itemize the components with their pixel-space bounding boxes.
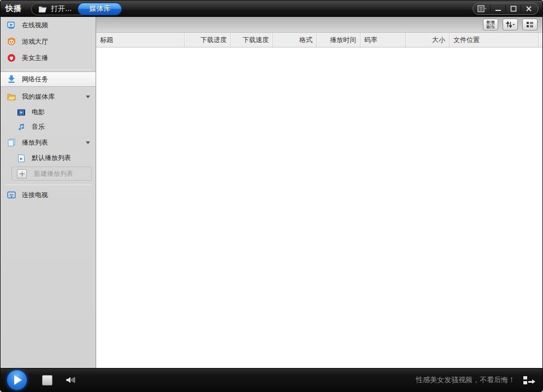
list-view-button[interactable] <box>522 19 538 31</box>
list-view-icon <box>526 21 534 28</box>
sidebar-item-network-tasks[interactable]: 网络任务 <box>1 72 96 87</box>
app-logo: 快播 <box>5 4 22 14</box>
sidebar-item-movies[interactable]: 电影 <box>1 105 96 120</box>
sidebar-item-label: 美女主播 <box>22 54 48 63</box>
sidebar-item-online-video[interactable]: 在线视频 <box>1 17 96 33</box>
chevron-down-icon[interactable] <box>86 141 90 144</box>
main-menu-button[interactable] <box>475 3 490 14</box>
sidebar-item-label: 我的媒体库 <box>22 92 55 102</box>
main-body: 在线视频 游戏大厅 <box>1 17 542 368</box>
sidebar-item-music[interactable]: 音乐 <box>1 120 96 134</box>
titlebar: 快播 打开... 媒体库 <box>1 1 542 17</box>
divider <box>5 185 92 185</box>
column-header-download-progress[interactable]: 下载进度 <box>184 33 231 47</box>
playback-bar: 性感美女发骚视频，不看后悔！ <box>1 368 542 391</box>
switch-playlist-icon[interactable] <box>523 376 535 385</box>
open-file-label: 打开... <box>51 4 72 14</box>
column-header-title[interactable]: 标题 <box>96 33 184 47</box>
sidebar-item-label: 播放列表 <box>22 138 48 147</box>
sidebar-item-label: 网络任务 <box>22 75 48 84</box>
music-note-icon <box>17 123 26 132</box>
connect-tv-icon <box>7 191 16 199</box>
column-header-download-speed[interactable]: 下载速度 <box>231 33 273 47</box>
column-header-play-time[interactable]: 播放时间 <box>316 33 360 47</box>
minimize-icon <box>495 5 501 12</box>
qr-code-button[interactable] <box>483 19 498 31</box>
content-toolbar <box>96 17 542 32</box>
sidebar-item-my-media-library[interactable]: 我的媒体库 <box>1 88 96 105</box>
sidebar-item-label: 在线视频 <box>22 21 48 30</box>
open-file-button[interactable]: 打开... <box>32 3 78 15</box>
column-header-file-location[interactable]: 文件位置 <box>449 33 538 47</box>
volume-button[interactable] <box>66 376 75 384</box>
sidebar-item-label: 连接电视 <box>22 191 48 200</box>
sidebar-item-label: 音乐 <box>32 122 45 132</box>
movie-icon <box>17 108 26 117</box>
play-icon <box>14 375 22 385</box>
bottom-right-group: 性感美女发骚视频，不看后悔！ <box>416 375 535 385</box>
close-icon <box>526 5 532 12</box>
stop-button[interactable] <box>42 375 52 385</box>
sort-button[interactable] <box>503 19 518 31</box>
new-playlist-label: 新建播放列表 <box>34 169 73 179</box>
maximize-icon <box>510 5 517 12</box>
folder-icon <box>7 92 16 101</box>
game-hall-icon <box>7 37 16 46</box>
media-library-label: 媒体库 <box>89 4 110 14</box>
sidebar-item-game-hall[interactable]: 游戏大厅 <box>1 33 96 50</box>
main-panel: 标题 下载进度 下载速度 格式 播放时间 码率 大小 文件位置 <box>96 17 542 368</box>
playlist-page-icon <box>17 154 26 163</box>
app-window: 快播 打开... 媒体库 <box>0 0 543 392</box>
minimize-button[interactable] <box>491 3 505 14</box>
plus-icon <box>17 169 27 179</box>
close-button[interactable] <box>521 3 536 14</box>
play-button[interactable] <box>7 370 27 390</box>
column-header-size[interactable]: 大小 <box>405 33 449 47</box>
titlebar-tab-group: 打开... 媒体库 <box>31 3 122 15</box>
column-header-spacer <box>538 33 542 47</box>
sidebar-item-beauty-anchor[interactable]: 美女主播 <box>1 50 96 66</box>
sidebar-item-connect-tv[interactable]: 连接电视 <box>1 187 96 203</box>
promo-text[interactable]: 性感美女发骚视频，不看后悔！ <box>416 375 515 385</box>
sidebar-item-playlists[interactable]: 播放列表 <box>1 134 96 151</box>
window-controls <box>473 3 539 15</box>
media-list-area[interactable] <box>96 47 542 368</box>
sidebar-item-label: 游戏大厅 <box>22 37 48 46</box>
online-video-icon <box>7 21 16 29</box>
new-playlist-button[interactable]: 新建播放列表 <box>11 167 92 181</box>
main-menu-icon <box>477 5 488 13</box>
column-header-format[interactable]: 格式 <box>273 33 316 47</box>
maximize-button[interactable] <box>506 3 521 14</box>
column-header-bitrate[interactable]: 码率 <box>360 33 405 47</box>
table-header: 标题 下载进度 下载速度 格式 播放时间 码率 大小 文件位置 <box>96 32 542 47</box>
chevron-down-icon[interactable] <box>86 96 90 98</box>
qr-code-icon <box>487 21 494 28</box>
sidebar: 在线视频 游戏大厅 <box>1 17 96 368</box>
volume-icon <box>66 376 75 384</box>
sidebar-item-label: 默认播放列表 <box>32 153 71 163</box>
sort-icon <box>505 21 515 28</box>
download-task-icon <box>7 75 16 84</box>
tab-media-library[interactable]: 媒体库 <box>78 3 122 15</box>
sidebar-item-default-playlist[interactable]: 默认播放列表 <box>1 151 96 165</box>
beauty-anchor-icon <box>7 54 16 62</box>
sidebar-item-label: 电影 <box>32 108 45 117</box>
divider <box>5 69 92 70</box>
playlist-stack-icon <box>7 138 16 147</box>
folder-open-icon <box>38 4 47 13</box>
